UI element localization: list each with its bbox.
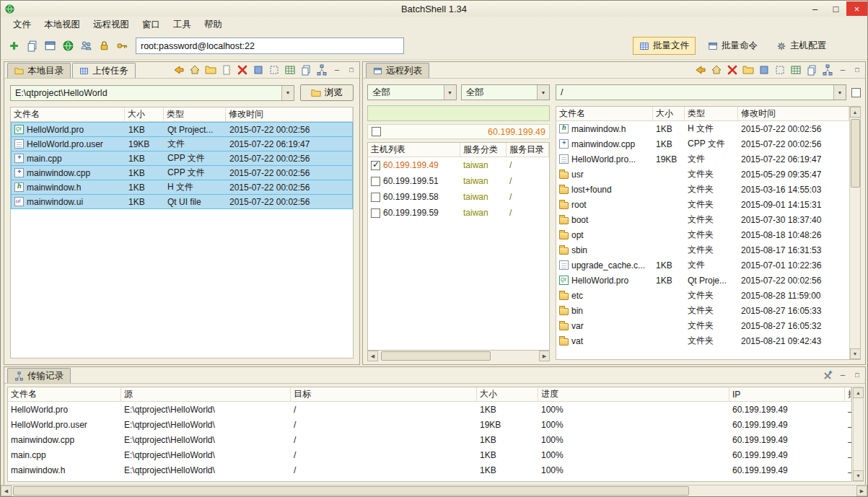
home-icon[interactable] — [189, 64, 201, 76]
local-file-row[interactable]: main.cpp 1KB CPP 文件 2015-07-22 00:02:56 — [11, 151, 353, 166]
column-header[interactable]: 类型 — [685, 107, 738, 120]
remote-file-row[interactable]: usr 文件夹 2015-05-29 09:35:47 — [556, 167, 849, 182]
chevron-down-icon[interactable]: ▼ — [833, 85, 846, 100]
transfer-row[interactable]: mainwindow.h E:\qtproject\HelloWorld\ / … — [8, 462, 851, 478]
remote-file-row[interactable]: vat 文件夹 2015-08-21 09:42:43 — [556, 333, 849, 348]
column-header[interactable]: 服务分类 — [460, 143, 507, 157]
open-folder-icon[interactable] — [205, 64, 216, 76]
scroll-down-icon[interactable]: ▼ — [850, 348, 861, 359]
category-filter-select[interactable]: 全部 ▼ — [367, 84, 457, 100]
add-icon[interactable] — [8, 40, 20, 52]
new-file-icon[interactable] — [221, 64, 232, 76]
tab-remote-list[interactable]: 远程列表 — [366, 63, 429, 78]
host-checkbox[interactable] — [371, 177, 380, 186]
host-horizontal-scrollbar[interactable]: ◀ ▶ — [367, 351, 550, 361]
select-all-hosts-checkbox[interactable] — [372, 127, 381, 136]
clear-log-icon[interactable] — [822, 369, 833, 381]
local-file-row[interactable]: mainwindow.h 1KB H 文件 2015-07-22 00:02:5… — [11, 180, 353, 195]
remote-file-row[interactable]: HelloWorld.pro... 19KB 文件 2015-07-22 06:… — [556, 151, 849, 167]
tab-transfer-log[interactable]: 传输记录 — [7, 368, 71, 383]
copy-session-icon[interactable] — [26, 40, 38, 52]
scroll-left-icon[interactable]: ◀ — [367, 351, 378, 361]
back-icon[interactable] — [173, 64, 185, 76]
menu-item[interactable]: 帮助 — [198, 17, 229, 32]
remote-file-row[interactable]: var 文件夹 2015-08-27 16:05:32 — [556, 318, 849, 333]
column-header[interactable]: 文件名 — [8, 387, 121, 401]
scrollbar-thumb[interactable] — [381, 351, 491, 361]
column-header[interactable]: 源 — [121, 387, 291, 401]
menu-item[interactable]: 远程视图 — [87, 17, 136, 32]
host-checkbox[interactable] — [371, 208, 380, 218]
key-icon[interactable] — [116, 40, 128, 52]
connection-address-input[interactable] — [136, 38, 404, 54]
remote-file-row[interactable]: lost+found 文件夹 2015-03-16 14:55:03 — [556, 182, 849, 197]
column-header[interactable]: 操 — [845, 387, 851, 401]
host-row[interactable]: 60.199.199.59 taiwan / — [368, 205, 549, 221]
column-header[interactable]: 进度 — [538, 387, 729, 401]
host-config-button[interactable]: 主机配置 — [770, 37, 833, 55]
scroll-right-icon[interactable]: ▶ — [539, 351, 550, 361]
scroll-down-icon[interactable]: ▼ — [853, 470, 864, 481]
column-header[interactable]: 大小 — [125, 107, 164, 121]
remote-path-checkbox[interactable] — [851, 88, 861, 97]
remote-file-row[interactable]: mainwindow.h 1KB H 文件 2015-07-22 00:02:5… — [556, 121, 849, 136]
tab-local-directory[interactable]: 本地目录 — [7, 63, 71, 78]
transfer-row[interactable]: HelloWorld.pro.user E:\qtproject\HelloWo… — [8, 417, 851, 432]
scroll-left-icon[interactable]: ◀ — [1, 485, 12, 496]
batch-commands-button[interactable]: 批量命令 — [701, 37, 764, 55]
sync-tree-icon[interactable] — [822, 64, 833, 76]
minimize-button[interactable]: – — [805, 1, 825, 16]
tab-upload-tasks[interactable]: 上传任务 — [72, 63, 136, 78]
column-header[interactable]: 目标 — [291, 387, 477, 401]
globe-connect-icon[interactable] — [62, 40, 74, 52]
menu-item[interactable]: 工具 — [167, 17, 198, 32]
maximize-button[interactable]: □ — [825, 1, 846, 16]
remote-file-row[interactable]: mainwindow.cpp 1KB CPP 文件 2015-07-22 00:… — [556, 136, 849, 151]
column-header[interactable]: 文件名 — [11, 107, 125, 121]
scroll-up-icon[interactable]: ▲ — [853, 387, 864, 398]
remote-file-row[interactable]: sbin 文件夹 2015-08-17 16:31:53 — [556, 242, 849, 258]
menu-item[interactable]: 窗口 — [136, 17, 167, 32]
column-header[interactable]: 修改时间 — [738, 107, 849, 120]
window-icon[interactable] — [44, 40, 56, 52]
remote-file-row[interactable]: HelloWorld.pro 1KB Qt Proje... 2015-07-2… — [556, 273, 849, 288]
new-folder-icon[interactable] — [742, 64, 754, 76]
panel-restore-icon[interactable]: □ — [346, 65, 356, 75]
delete-icon[interactable] — [727, 64, 738, 76]
local-path-combo[interactable]: E:\qtproject\HelloWorld ▼ — [10, 85, 294, 101]
column-header[interactable]: IP — [729, 387, 845, 401]
transfer-row[interactable]: mainwindow.cpp E:\qtproject\HelloWorld\ … — [8, 432, 851, 447]
local-file-row[interactable]: mainwindow.ui 1KB Qt UI file 2015-07-22 … — [11, 194, 353, 209]
users-icon[interactable] — [80, 40, 92, 52]
scroll-up-icon[interactable]: ▲ — [850, 107, 861, 118]
scrollbar-thumb[interactable] — [851, 119, 860, 188]
remote-file-row[interactable]: boot 文件夹 2015-07-30 18:37:40 — [556, 212, 849, 227]
column-header[interactable]: 文件名 — [556, 107, 653, 120]
lock-icon[interactable] — [98, 40, 110, 52]
column-header[interactable]: 类型 — [164, 107, 226, 121]
local-file-row[interactable]: HelloWorld.pro 1KB Qt Project... 2015-07… — [11, 122, 353, 137]
panel-minimize-icon[interactable]: ─ — [332, 65, 342, 75]
chevron-down-icon[interactable]: ▼ — [444, 85, 456, 100]
scrollbar-thumb[interactable] — [13, 486, 689, 496]
host-checkbox[interactable] — [371, 161, 380, 170]
sync-tree-icon[interactable] — [316, 64, 328, 76]
batch-files-button[interactable]: 批量文件 — [633, 37, 696, 55]
remote-vertical-scrollbar[interactable]: ▲ ▼ — [849, 107, 860, 359]
delete-icon[interactable] — [237, 64, 248, 76]
chevron-down-icon[interactable]: ▼ — [281, 86, 294, 100]
chevron-down-icon[interactable]: ▼ — [537, 85, 549, 100]
close-button[interactable]: × — [846, 1, 867, 16]
column-header[interactable]: 主机列表 — [368, 143, 460, 157]
column-header[interactable]: 服务目录 — [507, 143, 549, 157]
menu-item[interactable]: 文件 — [6, 17, 38, 32]
transfer-horizontal-scrollbar[interactable]: ◀ ▶ — [1, 485, 867, 496]
transfer-row[interactable]: HelloWorld.pro E:\qtproject\HelloWorld\ … — [8, 402, 851, 417]
local-file-row[interactable]: HelloWorld.pro.user 19KB 文件 2015-07-22 0… — [11, 136, 353, 151]
remote-file-row[interactable]: bin 文件夹 2015-08-27 16:05:33 — [556, 303, 849, 318]
select-none-icon[interactable] — [774, 64, 786, 76]
remote-file-row[interactable]: upgrade_cache.c... 1KB 文件 2015-07-01 10:… — [556, 258, 849, 273]
group-filter-select[interactable]: 全部 ▼ — [461, 84, 551, 100]
copy-icon[interactable] — [806, 64, 817, 76]
select-all-icon[interactable] — [758, 64, 770, 76]
